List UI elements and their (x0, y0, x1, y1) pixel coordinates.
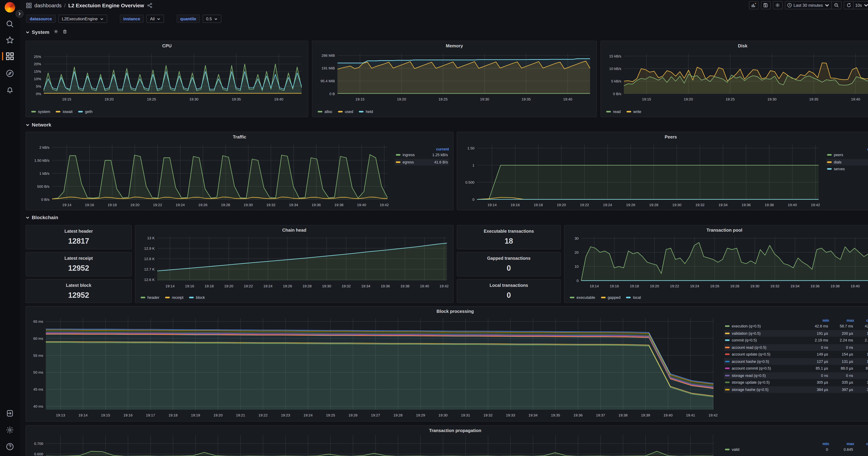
instance-variable-dropdown[interactable]: All (146, 14, 164, 23)
legend-column-current[interactable]: current (421, 147, 449, 152)
panel-title-cpu[interactable]: CPU (26, 43, 308, 48)
sidebar-expand-button[interactable] (16, 10, 24, 18)
traffic-chart[interactable]: 0 B/s500 B/s1 kB/s1.50 kB/s2 kB/s19:1419… (28, 143, 392, 208)
stat-title-gapped[interactable]: Gapped transactions (457, 256, 560, 261)
settings-gear-icon[interactable] (6, 426, 14, 434)
legend-item-receipt[interactable]: receipt (165, 295, 184, 300)
legend-row-account-commit-q-0-5-[interactable]: account commit (q=0.5)85.1 µs88.0 µs85.2… (724, 365, 868, 372)
stat-title-latest-header[interactable]: Latest header (26, 229, 131, 234)
legend-row-account-update-q-0-5-[interactable]: account update (q=0.5)149 µs154 µs149 µs (724, 351, 868, 358)
svg-text:19:28: 19:28 (649, 203, 658, 207)
explore-compass-icon[interactable] (6, 69, 14, 77)
dashboards-icon[interactable] (6, 52, 14, 60)
panel-title-disk[interactable]: Disk (601, 43, 868, 48)
help-icon[interactable] (6, 443, 14, 451)
legend-column-current[interactable]: current (852, 147, 868, 152)
stat-title-local[interactable]: Local transactions (457, 283, 560, 288)
add-panel-button[interactable] (749, 1, 758, 9)
chevron-down-icon (26, 215, 30, 220)
starred-icon[interactable] (6, 36, 14, 44)
stat-title-latest-receipt[interactable]: Latest receipt (26, 256, 131, 261)
legend-row-egress[interactable]: egress41.6 B/s (395, 159, 449, 166)
svg-text:12.8 K: 12.8 K (144, 257, 155, 261)
legend-column-current[interactable]: current (854, 318, 868, 323)
legend-row-storage-hashe-q-0-5-[interactable]: storage hashe (q=0.5)384 µs397 µs384 µs (724, 386, 868, 393)
zoom-out-time-button[interactable] (832, 1, 842, 9)
legend-item-held[interactable]: held (359, 109, 373, 114)
time-range-picker[interactable]: Last 30 minutes (785, 1, 832, 9)
breadcrumb-dashboards-link[interactable]: dashboards (34, 2, 62, 8)
legend-row-valid[interactable]: valid00.6450.511 (724, 446, 868, 453)
legend-item-geth[interactable]: geth (78, 109, 93, 114)
panel-title-transaction-pool[interactable]: Transaction pool (564, 227, 868, 233)
legend-swatch (827, 161, 832, 163)
legend-row-storage-read-q-0-5-[interactable]: storage read (q=0.5)0 ns0 ns0 ns (724, 372, 868, 379)
section-system[interactable]: System (26, 29, 67, 35)
row-settings-gear-icon[interactable] (54, 29, 58, 35)
chain-head-chart[interactable]: 12.6 K12.7 K12.8 K12.9 K13 K19:1419:1619… (137, 235, 451, 289)
legend-row-account-hashe-q-0-5-[interactable]: account hashe (q=0.5)127 µs131 µs127 µs (724, 358, 868, 365)
legend-item-gapped[interactable]: gapped (601, 295, 620, 300)
svg-text:19:30: 19:30 (672, 203, 682, 207)
panel-title-traffic[interactable]: Traffic (26, 134, 453, 139)
legend-item-executable[interactable]: executable (570, 295, 595, 300)
panel-title-transaction-propagation[interactable]: Transaction propagation (26, 428, 868, 433)
legend-column-min[interactable]: min (804, 318, 829, 323)
transaction-pool-chart[interactable]: 010203019:1419:1619:1819:2019:2219:2419:… (567, 235, 868, 289)
disk-chart[interactable]: 0 B/s5 kB/s10 kB/s15 kB/s19:1519:2019:25… (603, 52, 868, 102)
transaction-propagation-chart[interactable]: 0.7000.600 (28, 433, 718, 456)
legend-row-ingress[interactable]: ingress1.25 kB/s (395, 152, 449, 159)
dashboard-settings-button[interactable] (773, 1, 783, 9)
legend-item-system[interactable]: system (31, 109, 50, 114)
top-navigation-bar: dashboards / L2 Exectuion Engine Overvie… (20, 0, 868, 10)
refresh-interval-dropdown[interactable]: 10s (854, 1, 868, 9)
legend-item-alloc[interactable]: alloc (318, 109, 333, 114)
legend-row-storage-update-q-0-5-[interactable]: storage update (q=0.5)305 µs335 µs307 µs (724, 379, 868, 386)
panel-title-peers[interactable]: Peers (457, 134, 868, 139)
refresh-button[interactable] (844, 1, 854, 9)
clock-icon (787, 3, 792, 8)
section-blockchain[interactable]: Blockchain (26, 215, 58, 220)
grafana-logo-icon[interactable] (5, 2, 15, 12)
legend-row-execution-q-0-5-[interactable]: execution (q=0.5)42.8 ms58.7 ms42.8 ms (724, 323, 868, 330)
svg-text:19:20: 19:20 (397, 97, 406, 101)
search-icon[interactable] (6, 20, 14, 28)
legend-item-header[interactable]: header (141, 295, 159, 300)
legend-row-dials[interactable]: dials0 (826, 159, 868, 166)
legend-row-validation-q-0-5-[interactable]: validation (q=0.5)191 µs200 µs191 µs (724, 330, 868, 337)
legend-item-local[interactable]: local (626, 295, 641, 300)
panel-title-memory[interactable]: Memory (312, 43, 596, 48)
section-network[interactable]: Network (26, 122, 51, 128)
legend-row-account-read-q-0-5-[interactable]: account read (q=0.5)0 ns0 ns0 ns (724, 344, 868, 351)
legend-item-block[interactable]: block (189, 295, 205, 300)
cpu-chart[interactable]: 0%5%10%15%20%25%19:1519:2019:2519:3019:3… (28, 52, 306, 102)
legend-column-current[interactable]: current (854, 442, 868, 446)
quantile-variable-dropdown[interactable]: 0.5 (203, 14, 221, 23)
alerting-bell-icon[interactable] (6, 86, 14, 94)
legend-item-read[interactable]: read (606, 109, 621, 114)
legend-item-iowait[interactable]: iowait (56, 109, 72, 114)
stat-value-gapped: 0 (457, 264, 560, 272)
peers-chart[interactable]: 00.50011.5019:1419:1619:1819:2019:2219:2… (459, 143, 823, 208)
block-processing-chart[interactable]: 40 ms45 ms50 ms55 ms60 ms65 ms19:1319:14… (28, 316, 718, 418)
row-delete-trash-icon[interactable] (62, 29, 67, 35)
legend-item-write[interactable]: write (626, 109, 641, 114)
stat-title-latest-block[interactable]: Latest block (26, 283, 131, 288)
sign-in-icon[interactable] (6, 409, 14, 418)
legend-table-header: minmaxcurrent (724, 318, 868, 323)
legend-item-used[interactable]: used (338, 109, 353, 114)
legend-column-min[interactable]: min (804, 442, 829, 446)
stat-title-executable[interactable]: Executable transactions (457, 229, 560, 234)
panel-title-block-processing[interactable]: Block processing (26, 309, 868, 314)
legend-row-commit-q-0-5-[interactable]: commit (q=0.5)2.19 ms2.24 ms2.23 ms (724, 337, 868, 344)
legend-column-max[interactable]: max (829, 442, 854, 446)
legend-column-max[interactable]: max (829, 318, 854, 323)
legend-row-peers[interactable]: peers1 (826, 152, 868, 159)
share-icon[interactable] (147, 2, 152, 8)
datasource-variable-dropdown[interactable]: L2ExecutionEngine (58, 14, 107, 23)
legend-row-serves[interactable]: serves0 (826, 166, 868, 173)
memory-chart[interactable]: 0 B95.4 MiB191 MiB286 MiB19:1519:2019:25… (315, 52, 594, 102)
legend-series-name: validation (q=0.5) (732, 331, 761, 335)
panel-title-chain-head[interactable]: Chain head (135, 227, 453, 233)
save-dashboard-button[interactable] (761, 1, 771, 9)
